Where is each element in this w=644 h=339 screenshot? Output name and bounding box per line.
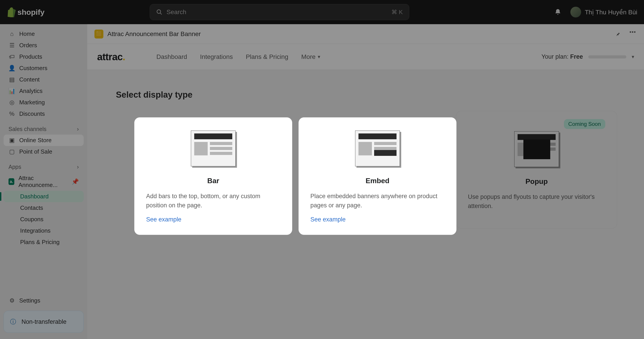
topbar: shopify Search ⌘ K Thị Thu Huyền Bùi [0,0,644,24]
sidebar-app-attrac[interactable]: a. Attrac Announceme... 📌 [4,172,84,191]
search-input[interactable]: Search ⌘ K [150,4,409,20]
target-icon: ◎ [8,99,15,106]
user-menu[interactable]: Thị Thu Huyền Bùi [570,7,637,18]
content-icon: ▤ [8,76,15,83]
card-bar-link[interactable]: See example [146,216,182,223]
shopify-logo: shopify [7,7,44,17]
card-embed-title: Embed [366,177,390,185]
pin-icon[interactable]: 📌 [72,178,79,185]
sidebar-item-orders[interactable]: ☰Orders [4,40,84,51]
bar-thumb [191,131,236,166]
non-transferable-badge: ⓘ Non-transferable [4,311,84,333]
card-embed-link[interactable]: See example [310,216,346,223]
sidebar: ⌂Home ☰Orders 🏷Products 👤Customers ▤Cont… [0,24,87,339]
sidebar-item-analytics[interactable]: 📊Analytics [4,85,84,97]
more-button[interactable] [628,30,637,38]
card-popup: Coming Soon Popup Use popups and flyouts… [456,111,617,229]
card-embed-desc: Place embedded banners anywhere on produ… [310,192,444,210]
attrac-app-icon: a. [8,178,14,185]
page-title: Select display type [116,90,617,100]
popup-thumb [514,131,559,167]
chevron-right-icon: › [77,164,79,170]
sidebar-item-products[interactable]: 🏷Products [4,51,84,63]
card-popup-title: Popup [526,177,548,186]
attrac-brand: attrac. [97,51,125,63]
sidebar-item-home[interactable]: ⌂Home [4,28,84,40]
app-title: Attrac Announcement Bar Banner [108,31,201,38]
tab-plans[interactable]: Plans & Pricing [246,53,288,61]
more-icon [630,31,636,33]
embed-thumb [355,131,400,166]
card-bar[interactable]: Bar Add bars to the top, bottom, or any … [134,117,292,235]
plan-usage-bar [588,55,626,59]
tab-more[interactable]: More▾ [301,53,320,61]
person-icon: 👤 [8,65,15,72]
sidebar-item-discounts[interactable]: %Discounts [4,108,84,120]
tab-dashboard[interactable]: Dashboard [156,53,187,61]
sidebar-subnav-integrations[interactable]: Integrations [4,225,84,236]
sidebar-item-content[interactable]: ▤Content [4,74,84,85]
gear-icon: ⚙ [8,297,15,304]
search-shortcut-hint: ⌘ K [391,9,403,16]
card-bar-title: Bar [207,177,219,185]
user-name: Thị Thu Huyền Bùi [585,9,637,16]
discount-icon: % [8,110,15,117]
svg-point-0 [157,10,160,14]
shopify-wordmark: shopify [18,8,44,17]
avatar [570,7,581,18]
orders-icon: ☰ [8,42,15,49]
pos-icon: ▢ [8,148,15,155]
analytics-icon: 📊 [8,88,15,95]
sidebar-subnav-plans[interactable]: Plans & Pricing [4,236,84,248]
home-icon: ⌂ [8,31,15,37]
chevron-down-icon: ▾ [632,54,634,60]
chevron-down-icon: ▾ [318,54,320,60]
search-placeholder: Search [166,9,186,16]
notifications-icon[interactable] [554,9,562,16]
sidebar-channel-pos[interactable]: ▢Point of Sale [4,146,84,157]
sales-channels-header[interactable]: Sales channels › [4,120,84,135]
svg-point-4 [634,31,636,33]
apps-header[interactable]: Apps › [4,157,84,172]
sidebar-channel-online-store[interactable]: ▣Online Store [4,135,84,146]
sidebar-item-marketing[interactable]: ◎Marketing [4,97,84,108]
svg-line-1 [160,13,162,15]
tag-icon: 🏷 [8,53,15,60]
card-popup-desc: Use popups and flyouts to capture your v… [468,192,605,210]
card-bar-desc: Add bars to the top, bottom, or any cust… [146,192,280,210]
tab-integrations[interactable]: Integrations [200,53,233,61]
svg-point-3 [632,31,634,33]
pin-icon [615,31,621,37]
svg-point-2 [630,31,631,33]
sidebar-item-settings[interactable]: ⚙Settings [4,295,84,306]
search-icon [156,9,162,15]
coming-soon-badge: Coming Soon [564,119,605,129]
pin-button[interactable] [614,30,622,38]
card-embed[interactable]: Embed Place embedded banners anywhere on… [298,117,456,235]
sidebar-item-customers[interactable]: 👤Customers [4,63,84,74]
sidebar-subnav-contacts[interactable]: Contacts [4,202,84,214]
plan-indicator[interactable]: Your plan: Free ▾ [542,53,634,60]
info-icon: ⓘ [10,318,16,326]
sidebar-subnav-dashboard[interactable]: Dashboard [4,191,84,202]
app-header: 🟨 Attrac Announcement Bar Banner [87,24,644,44]
chevron-right-icon: › [77,126,79,132]
store-icon: ▣ [8,137,15,144]
sidebar-subnav-coupons[interactable]: Coupons [4,214,84,225]
app-nav: attrac. Dashboard Integrations Plans & P… [87,44,644,70]
attrac-header-icon: 🟨 [94,30,104,39]
shopify-bag-icon [7,7,16,17]
